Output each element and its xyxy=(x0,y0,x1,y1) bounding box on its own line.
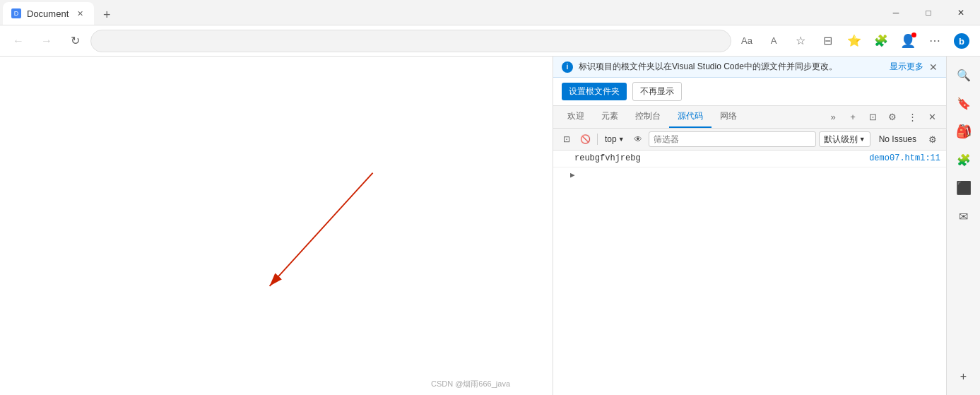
tab-close-button[interactable]: ✕ xyxy=(74,8,85,19)
watermark: CSDN @烟雨666_java xyxy=(431,379,510,389)
tab-console[interactable]: 控制台 xyxy=(627,106,669,128)
tab-favicon: D xyxy=(11,8,21,18)
more-button[interactable]: ⋯ xyxy=(922,28,947,54)
search-icon: 🔍 xyxy=(957,69,971,82)
browser-content: CSDN @烟雨666_java xyxy=(0,57,553,395)
immersive-reader-button[interactable]: A xyxy=(761,28,786,54)
chevron-down-icon-2: ▼ xyxy=(859,136,866,143)
add-tab-button[interactable]: + xyxy=(844,109,861,126)
setup-root-button[interactable]: 设置根文件夹 xyxy=(562,83,627,100)
console-content: reubgfvhjrebg demo07.html:11 ▶ xyxy=(553,151,946,395)
tab-label: Document xyxy=(27,8,69,19)
tab-group: D Document ✕ + xyxy=(3,0,117,25)
sidebar-outlook-button[interactable]: ⬛ xyxy=(951,175,976,201)
favorites-button[interactable]: ☆ xyxy=(788,28,813,54)
sidebar-collections-button[interactable]: 🎒 xyxy=(951,119,976,144)
chevron-down-icon: ▼ xyxy=(618,136,625,143)
devtools-close-button[interactable]: ✕ xyxy=(923,109,940,126)
expand-button[interactable] xyxy=(559,154,569,164)
show-more-link[interactable]: 显示更多 xyxy=(890,61,923,73)
refresh-icon: ↻ xyxy=(71,34,80,47)
minimize-button[interactable]: ─ xyxy=(880,0,912,25)
devtools-settings-button[interactable]: ⚙ xyxy=(884,109,901,126)
sidebar-add-button[interactable]: + xyxy=(951,364,976,389)
address-bar[interactable] xyxy=(90,30,731,52)
collections-sidebar-icon: 🎒 xyxy=(956,124,972,139)
nav-right-buttons: Aa A ☆ ⊟ ⭐ 🧩 👤 ⋯ b xyxy=(734,28,974,54)
svg-line-3 xyxy=(270,173,373,286)
console-settings-button[interactable]: ⚙ xyxy=(925,131,940,147)
sidebar-extensions-button[interactable]: 🧩 xyxy=(951,147,976,172)
device-emulation-button[interactable]: ⊡ xyxy=(864,109,881,126)
devtools-tabs: 欢迎 元素 控制台 源代码 网络 » + ⊡ ⚙ ⋮ ✕ xyxy=(553,106,946,129)
sidebar-bottom: + xyxy=(951,364,976,389)
main-area: CSDN @烟雨666_java i 标识项目的根文件夹以在Visual Stu… xyxy=(0,57,980,395)
action-bar: 设置根文件夹 不再显示 xyxy=(553,78,946,106)
favorites-icon: ☆ xyxy=(796,34,805,47)
log-level-selector[interactable]: 默认级别 ▼ xyxy=(819,131,870,147)
extensions-button[interactable]: 🧩 xyxy=(868,28,894,54)
send-icon: ✉ xyxy=(959,210,968,223)
split-screen-button[interactable]: ⊟ xyxy=(815,28,840,54)
dismiss-button[interactable]: 不再显示 xyxy=(632,82,682,101)
eye-icon: 👁 xyxy=(634,134,642,144)
info-close-button[interactable]: ✕ xyxy=(929,61,938,73)
back-button[interactable]: ← xyxy=(6,28,31,54)
top-label: top xyxy=(605,134,617,144)
refresh-button[interactable]: ↻ xyxy=(62,28,88,54)
arrow-annotation xyxy=(0,57,553,395)
inspect-icon: ⊡ xyxy=(563,134,570,144)
right-sidebar: 🔍 🔖 🎒 🧩 ⬛ ✉ + xyxy=(946,57,980,395)
back-icon: ← xyxy=(13,35,24,47)
tab-welcome[interactable]: 欢迎 xyxy=(559,106,593,128)
extensions-sidebar-icon: 🧩 xyxy=(957,153,971,167)
reading-icon: Aa xyxy=(741,35,752,46)
devtools-toolbar: ⊡ 🚫 top ▼ 👁 默认级别 ▼ No Issues ⚙ xyxy=(553,129,946,151)
close-button[interactable]: ✕ xyxy=(945,0,977,25)
watermark-text: CSDN @烟雨666_java xyxy=(431,379,510,388)
split-icon: ⊟ xyxy=(823,34,832,47)
level-label: 默认级别 xyxy=(824,134,858,146)
devtools-more-button[interactable]: ⋮ xyxy=(904,109,921,126)
collections-button[interactable]: ⭐ xyxy=(842,28,867,54)
info-icon: i xyxy=(562,61,573,73)
console-entry: reubgfvhjrebg demo07.html:11 xyxy=(553,151,946,167)
console-message: reubgfvhjrebg xyxy=(574,153,863,163)
bookmark-icon: 🔖 xyxy=(957,97,971,110)
browser-tab[interactable]: D Document ✕ xyxy=(3,2,94,25)
no-issues-label: No Issues xyxy=(873,134,922,144)
console-expand-row: ▶ xyxy=(553,167,946,183)
extensions-icon: 🧩 xyxy=(874,34,888,47)
reading-view-button[interactable]: Aa xyxy=(734,28,760,54)
devtools-tabs-more: » + ⊡ ⚙ ⋮ ✕ xyxy=(825,109,940,126)
filter-input[interactable] xyxy=(649,131,816,147)
bing-button[interactable]: b xyxy=(949,28,974,54)
new-tab-button[interactable]: + xyxy=(97,5,117,25)
eye-button[interactable]: 👁 xyxy=(630,131,646,147)
sidebar-send-button[interactable]: ✉ xyxy=(951,204,976,229)
devtools-panel: i 标识项目的根文件夹以在Visual Studio Code中的源文件并同步更… xyxy=(553,57,946,395)
forward-button[interactable]: → xyxy=(34,28,59,54)
maximize-button[interactable]: □ xyxy=(912,0,945,25)
clear-icon: 🚫 xyxy=(580,134,591,144)
outlook-icon: ⬛ xyxy=(956,180,972,196)
profile-button[interactable]: 👤 xyxy=(895,28,921,54)
expand-arrow-icon[interactable]: ▶ xyxy=(570,171,575,179)
more-tabs-button[interactable]: » xyxy=(825,109,842,126)
settings-icon: ⚙ xyxy=(928,134,937,145)
bing-icon: b xyxy=(953,33,970,49)
frame-selector[interactable]: top ▼ xyxy=(602,133,627,146)
sidebar-favorites-button[interactable]: 🔖 xyxy=(951,90,976,116)
sidebar-search-button[interactable]: 🔍 xyxy=(951,62,976,88)
tab-sources[interactable]: 源代码 xyxy=(669,106,712,128)
clear-console-button[interactable]: 🚫 xyxy=(577,131,593,147)
info-bar: i 标识项目的根文件夹以在Visual Studio Code中的源文件并同步更… xyxy=(553,57,946,78)
tab-elements[interactable]: 元素 xyxy=(593,106,627,128)
window-controls: ─ □ ✕ xyxy=(880,0,977,25)
info-text: 标识项目的根文件夹以在Visual Studio Code中的源文件并同步更改。 xyxy=(579,61,884,73)
tab-network[interactable]: 网络 xyxy=(712,106,745,128)
add-icon: + xyxy=(960,370,967,383)
console-source-link[interactable]: demo07.html:11 xyxy=(869,153,940,163)
collections-icon: ⭐ xyxy=(847,34,861,47)
inspect-element-button[interactable]: ⊡ xyxy=(559,131,574,147)
